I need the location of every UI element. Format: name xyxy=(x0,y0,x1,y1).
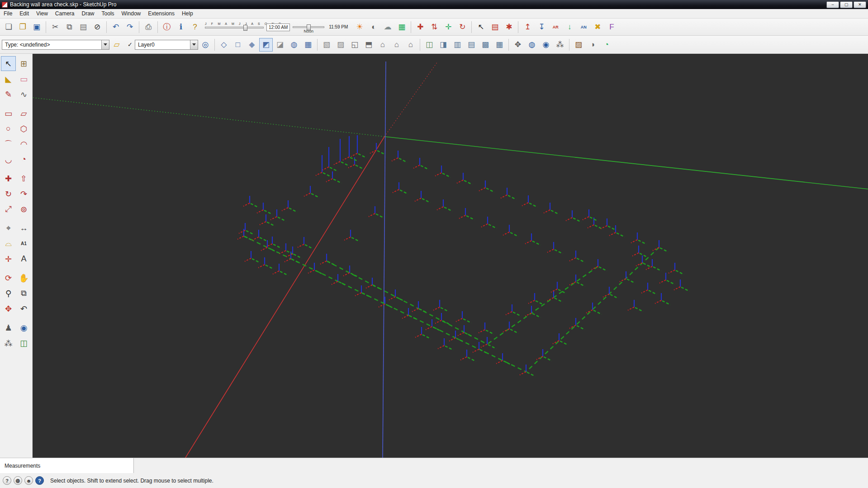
type-combo[interactable]: Type: <undefined> xyxy=(2,40,109,50)
shaded-icon[interactable]: ◆ xyxy=(245,38,259,52)
time-slider-thumb[interactable] xyxy=(307,24,311,30)
walk-tool[interactable]: ⁂ xyxy=(1,336,16,351)
menu-file[interactable]: File xyxy=(0,9,16,18)
replace-ar-icon[interactable]: AR xyxy=(549,20,562,34)
circle-tool[interactable]: ○ xyxy=(1,121,16,136)
move-tool[interactable]: ✚ xyxy=(1,171,16,186)
axes-tool[interactable]: ✛ xyxy=(1,251,16,266)
layer-combo-button[interactable] xyxy=(190,40,198,49)
box-iso-icon[interactable]: ▨ xyxy=(334,38,347,52)
stamp-icon[interactable]: ▱ xyxy=(110,38,123,52)
minimize-button[interactable]: – xyxy=(826,1,839,8)
model-viewport[interactable] xyxy=(33,54,868,458)
import-up-icon[interactable]: ↥ xyxy=(521,20,534,34)
menu-draw[interactable]: Draw xyxy=(78,9,98,18)
rename-an-icon[interactable]: AN xyxy=(577,20,590,34)
orbit-globe-icon[interactable]: ◍ xyxy=(525,38,539,52)
geolocation-icon[interactable]: ◍ xyxy=(14,476,22,485)
watermark-icon[interactable]: ◔ xyxy=(600,38,613,52)
paint-bucket-tool[interactable]: ◣ xyxy=(1,71,16,86)
section-cut-icon[interactable]: ▤ xyxy=(465,38,478,52)
select-tool[interactable]: ↖ xyxy=(1,56,16,71)
zoom-window-tool[interactable]: ⧉ xyxy=(16,286,31,301)
section-fill-icon[interactable]: ◨ xyxy=(436,38,450,52)
dimension-tool[interactable]: ↔ xyxy=(16,221,31,236)
section-display-icon[interactable]: ▥ xyxy=(451,38,464,52)
tape-measure-tool[interactable]: ⌖ xyxy=(1,221,16,236)
fog-icon[interactable]: ☁ xyxy=(381,20,394,34)
pie-tool[interactable]: ◔ xyxy=(16,152,31,167)
rectangle-tool[interactable]: ▭ xyxy=(1,106,16,121)
walk-feet-icon[interactable]: ⁂ xyxy=(553,38,567,52)
right-view-icon[interactable]: ⌂ xyxy=(390,38,403,52)
time-slider-track[interactable] xyxy=(293,26,324,28)
follow-me-tool[interactable]: ↷ xyxy=(16,186,31,201)
iso-view-icon[interactable]: ◱ xyxy=(348,38,361,52)
export-down-icon[interactable]: ↧ xyxy=(535,20,548,34)
menu-edit[interactable]: Edit xyxy=(16,9,33,18)
orbit-tool[interactable]: ⟳ xyxy=(1,270,16,285)
help-circle-icon[interactable]: ? xyxy=(3,476,11,485)
menu-window[interactable]: Window xyxy=(118,9,145,18)
two-point-arc-tool[interactable]: ◠ xyxy=(16,137,31,152)
position-camera-tool[interactable]: ♟ xyxy=(1,320,16,335)
arc-tool[interactable]: ⌒ xyxy=(1,137,16,152)
measurements-value[interactable] xyxy=(45,461,131,471)
xray-icon[interactable]: ◍ xyxy=(287,38,301,52)
date-slider-track[interactable] xyxy=(205,27,264,28)
maximize-button[interactable]: ▢ xyxy=(840,1,853,8)
photo-texture-icon[interactable]: ▦ xyxy=(395,20,408,34)
line-tool[interactable]: ✎ xyxy=(1,87,16,102)
front-view-icon[interactable]: ⌂ xyxy=(376,38,389,52)
offset-tool[interactable]: ⊚ xyxy=(16,202,31,217)
type-combo-button[interactable] xyxy=(101,40,109,49)
nav-cross-icon[interactable]: ✥ xyxy=(511,38,525,52)
ext-red-rotate-icon[interactable]: ↻ xyxy=(455,20,469,34)
date-slider-thumb[interactable] xyxy=(243,25,247,31)
ext-red-cross-icon[interactable]: ✚ xyxy=(413,20,427,34)
menu-extensions[interactable]: Extensions xyxy=(144,9,178,18)
menu-tools[interactable]: Tools xyxy=(98,9,118,18)
left-view-icon[interactable]: ⌂ xyxy=(404,38,417,52)
new-icon[interactable]: ❏ xyxy=(2,20,15,34)
select-cursor-icon[interactable]: ↖ xyxy=(474,20,488,34)
protractor-tool[interactable]: ⌓ xyxy=(1,236,16,251)
3d-text-tool[interactable]: A xyxy=(16,251,31,266)
section-plane-tool[interactable]: ◫ xyxy=(16,336,31,351)
shadow-settings-icon[interactable]: ☀ xyxy=(353,20,366,34)
copy-icon[interactable]: ⧉ xyxy=(62,20,76,34)
shaded-textures-icon[interactable]: ◩ xyxy=(259,38,273,52)
top-view-icon[interactable]: ⬒ xyxy=(362,38,375,52)
layer-combo[interactable]: Layer0 xyxy=(135,40,198,50)
look-icon[interactable]: ◉ xyxy=(539,38,553,52)
shadow-toggle-icon[interactable]: ◐ xyxy=(367,20,380,34)
hide-rest-icon[interactable]: ▩ xyxy=(479,38,492,52)
hide-similar-icon[interactable]: ▦ xyxy=(493,38,506,52)
user-icon[interactable]: ☻ xyxy=(24,476,33,485)
materials-icon[interactable]: ▨ xyxy=(572,38,585,52)
back-edges-icon[interactable]: ▦ xyxy=(301,38,315,52)
menu-view[interactable]: View xyxy=(33,9,52,18)
menu-help[interactable]: Help xyxy=(178,9,197,18)
settings-gear-icon[interactable]: ✱ xyxy=(502,20,516,34)
text-tool[interactable]: A1 xyxy=(16,236,31,251)
pan-tool[interactable]: ✋ xyxy=(16,270,31,285)
print-icon[interactable]: ⎙ xyxy=(142,20,155,34)
box-solid-icon[interactable]: ▧ xyxy=(320,38,333,52)
look-around-tool[interactable]: ◉ xyxy=(16,320,31,335)
time-start-box[interactable]: 12:00 AM xyxy=(266,24,290,31)
section-plane-icon[interactable]: ◫ xyxy=(422,38,436,52)
instructor-icon[interactable]: ? xyxy=(188,20,202,34)
paste-icon[interactable]: ▤ xyxy=(76,20,90,34)
shadow-date-slider[interactable]: J F M A M J J A S O N D xyxy=(205,22,264,28)
wireframe-icon[interactable]: ◇ xyxy=(217,38,231,52)
zoom-tool[interactable]: ⚲ xyxy=(1,286,16,301)
ext-green-plus-icon[interactable]: ✛ xyxy=(441,20,455,34)
report-icon[interactable]: ▤ xyxy=(488,20,502,34)
monochrome-icon[interactable]: ◪ xyxy=(273,38,287,52)
freehand-tool[interactable]: ∿ xyxy=(16,87,31,102)
eraser-tool[interactable]: ▭ xyxy=(16,71,31,86)
down-green-icon[interactable]: ↓ xyxy=(563,20,576,34)
close-button[interactable]: ✕ xyxy=(854,1,866,8)
styles-mix-icon[interactable]: ◑ xyxy=(586,38,599,52)
